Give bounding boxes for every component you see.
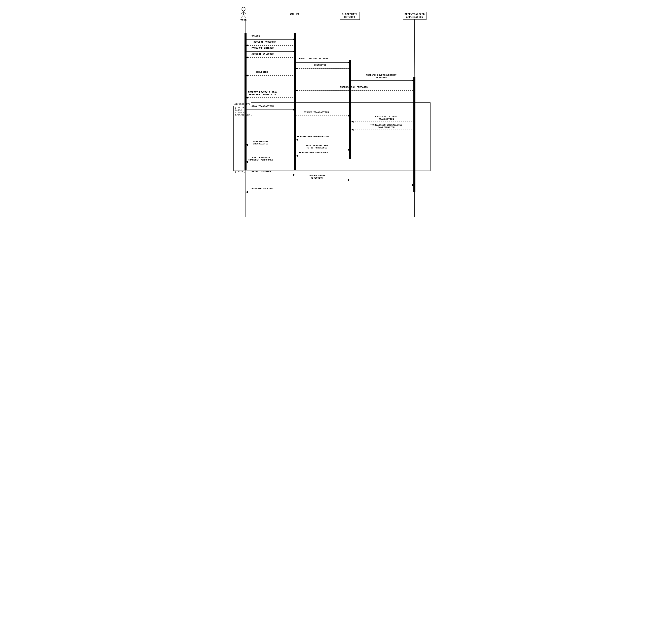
arrow-blockchain-dapp — [351, 183, 415, 186]
svg-marker-47 — [348, 179, 350, 181]
label-wait-tx: WAIT TRANSACTIONTO BE PROCESSED — [297, 144, 337, 149]
svg-marker-45 — [293, 174, 295, 176]
arrow-unlock — [245, 38, 296, 41]
user-actor: USER — [240, 7, 247, 21]
arrow-prepare-tx — [351, 79, 415, 82]
svg-point-0 — [242, 7, 245, 11]
label-req-review: REQUEST REVIEW & SIGNPREPARED TRANSACTIO… — [246, 91, 279, 96]
user-lifeline-bottom — [245, 197, 246, 209]
dapp-actor-box: DECENTRALIZEDAPPLICATION — [403, 12, 427, 20]
svg-line-4 — [241, 15, 243, 18]
svg-marker-9 — [245, 44, 248, 46]
arrow-tx-broadcast-confirm — [351, 128, 415, 131]
arrow-pwd-entered — [245, 50, 296, 53]
svg-marker-21 — [412, 80, 414, 81]
label-signed-tx: SIGNED TRANSACTION — [304, 111, 329, 113]
label-req-password: REQUEST PASSWORD — [254, 41, 276, 43]
label-connected-bw: CONNECTED — [314, 64, 326, 66]
arrow-tx-processed — [296, 154, 351, 157]
svg-marker-39 — [348, 149, 350, 151]
label-connect-network: CONNECT TO THE NETWORK — [298, 57, 328, 60]
svg-marker-41 — [296, 155, 298, 157]
label-tx-broadcast-confirm: TRANSACTION BROADCASTEDCONFIRMATION — [366, 124, 406, 129]
svg-marker-25 — [245, 97, 248, 99]
label-inform-rejection: INFORM ABOUTREJECTION — [302, 174, 332, 179]
arrow-transfer-declined — [245, 191, 296, 194]
svg-marker-35 — [296, 139, 298, 141]
svg-marker-7 — [293, 39, 295, 41]
arrow-tx-broadcasted-bw — [296, 138, 351, 142]
svg-marker-33 — [351, 129, 354, 131]
blockchain-actor-box: BLOCKCHAINNETWORK — [340, 12, 360, 20]
arrow-reject-signing — [245, 173, 296, 177]
label-broadcast-tx: BROADCAST SIGNEDTRANSACTION — [366, 116, 406, 120]
label-reject-signing: REJECT SIGNING — [251, 170, 271, 173]
arrow-connect-network — [296, 61, 351, 64]
dapp-label: DECENTRALIZEDAPPLICATION — [405, 13, 425, 19]
svg-marker-17 — [296, 68, 298, 70]
label-unlock: UNLOCK — [251, 35, 260, 37]
svg-marker-31 — [351, 121, 354, 123]
label-tx-broadcasted-bw: TRANSACTION BROADCASTED — [297, 135, 329, 137]
label-tx-prepared: TRANSACTION PREPARED — [340, 86, 368, 89]
arrow-tx-prepared — [296, 89, 415, 92]
sequence-diagram: USER WALLET BLOCKCHAINNETWORK DECENTRALI… — [225, 4, 447, 213]
label-prepare-tx: PREPARE CRYPTOCURRENCYTRANSFER — [354, 74, 408, 79]
wallet-lifeline-bottom — [295, 197, 295, 209]
wallet-lifeline-bar — [294, 33, 296, 170]
arrow-acct-unlocked — [245, 56, 296, 59]
svg-marker-13 — [245, 56, 248, 58]
label-acct-unlocked: ACCOUNT UNLOCKED — [251, 53, 274, 55]
svg-marker-51 — [245, 191, 248, 193]
svg-line-2 — [241, 12, 243, 14]
arrow-sign-tx — [245, 108, 296, 111]
svg-line-3 — [243, 12, 246, 14]
svg-marker-49 — [412, 184, 414, 186]
label-pwd-entered: PASSWORD ENTERED — [251, 47, 274, 49]
arrow-req-review — [245, 96, 296, 99]
label-crypto-done: CRYPTOCURRENCYTRANSFER PERFORMED — [246, 156, 275, 161]
label-sign-tx: SIGN TRANSACTION — [251, 105, 274, 107]
arrow-broadcast-tx — [351, 120, 415, 123]
svg-marker-15 — [348, 61, 350, 64]
blockchain-lifeline-bar — [349, 60, 351, 159]
label-tx-broadcasted-wu: TRANSACTIONBROADCASTED — [246, 140, 275, 145]
user-label: USER — [240, 19, 247, 21]
wallet-actor-box: WALLET — [287, 12, 303, 17]
arrow-req-password — [245, 44, 296, 47]
blockchain-label: BLOCKCHAINNETWORK — [342, 13, 357, 19]
svg-marker-29 — [348, 115, 350, 117]
alt-frame-label: Alternative — [234, 102, 251, 106]
arrow-signed-tx — [296, 114, 351, 117]
svg-line-5 — [243, 15, 245, 18]
label-tx-processed: TRANSACTION PROCESSED — [299, 151, 328, 154]
arrow-connected-bw — [296, 67, 351, 70]
svg-marker-27 — [293, 109, 295, 111]
svg-marker-19 — [245, 75, 248, 77]
label-connected-wu: CONNECTED — [256, 71, 268, 73]
label-transfer-declined: TRANSFER DECLINED — [250, 187, 274, 190]
dapp-lifeline-bar — [413, 77, 415, 192]
svg-marker-11 — [293, 50, 295, 52]
user-lifeline-bar — [244, 33, 246, 170]
wallet-label: WALLET — [290, 13, 299, 16]
svg-marker-23 — [296, 90, 298, 92]
arrow-connected-wu — [245, 74, 296, 77]
svg-marker-43 — [245, 161, 248, 163]
alt-condition-else: [ else ] — [235, 170, 246, 173]
dapp-lifeline-bottom — [414, 197, 415, 209]
